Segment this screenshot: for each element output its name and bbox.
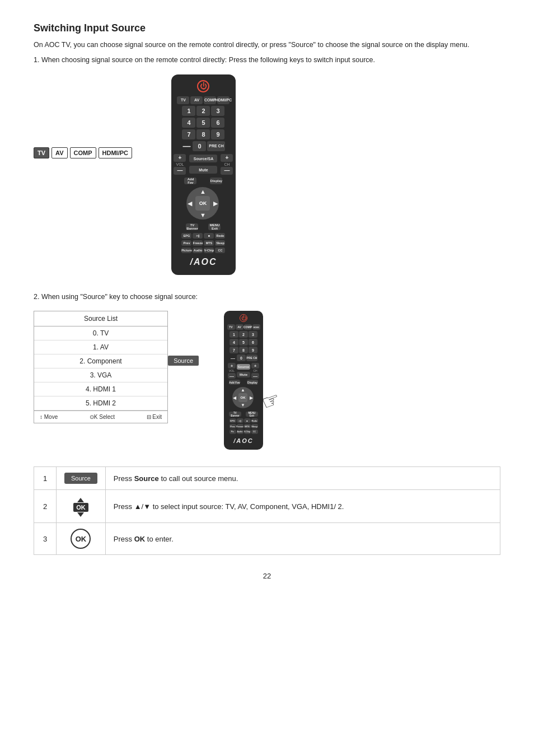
small-btn-1: 1 bbox=[229, 331, 238, 338]
table-row-3: 3 OK Press OK to enter. bbox=[34, 523, 500, 555]
btn-display: Display bbox=[210, 178, 222, 184]
small-btn-tv: TV bbox=[227, 324, 235, 330]
aoc-logo: /AOC bbox=[190, 257, 217, 267]
ok-button-small: OK bbox=[73, 503, 88, 512]
btn-hdmipc: HDMI/PC bbox=[217, 96, 229, 104]
label-tv: TV bbox=[34, 147, 49, 158]
btn-9: 9 bbox=[211, 129, 224, 139]
section1: TV AV COMP HDMI/PC ⏻ TV AV COMP HDMI/PC … bbox=[34, 74, 500, 275]
row3-desc: Press OK to enter. bbox=[105, 523, 500, 555]
label-comp: COMP bbox=[70, 147, 96, 158]
small-btn-dash: — bbox=[229, 354, 236, 361]
row1-desc: Press Source to call out source menu. bbox=[105, 467, 500, 490]
small-display: Display bbox=[247, 380, 258, 385]
small-btn-8: 8 bbox=[239, 347, 248, 353]
section2: Source List 0. TV 1. AV 2. Component 3. … bbox=[34, 311, 500, 450]
small-tvbanner: TV Banner bbox=[229, 412, 241, 417]
small-btn-9: 9 bbox=[249, 347, 257, 353]
step1-text: 1. When choosing signal source on the re… bbox=[34, 55, 500, 66]
footer-exit: ⊟ Exit bbox=[147, 414, 162, 420]
btn-8: 8 bbox=[196, 129, 210, 139]
small-redo: Redo bbox=[251, 418, 258, 423]
btn-stop: ■ bbox=[204, 233, 214, 239]
small-power-icon: ⏻ bbox=[240, 314, 247, 322]
source-item-vga: 3. VGA bbox=[34, 368, 167, 382]
small-epg: EPG bbox=[229, 418, 236, 423]
row3-num: 3 bbox=[34, 523, 57, 555]
source-list-box: Source List 0. TV 1. AV 2. Component 3. … bbox=[34, 311, 168, 423]
btn-ok: OK bbox=[195, 196, 210, 211]
small-btn-source: Source bbox=[237, 364, 250, 370]
btn-prech: PRE CH bbox=[207, 141, 225, 151]
small-btn-prech: PRE CH bbox=[246, 354, 257, 361]
small-btn-hdmi: HDMI bbox=[252, 324, 260, 330]
small-cc: CC bbox=[251, 430, 258, 434]
page-title: Switching Input Source bbox=[34, 22, 500, 34]
btn-tv: TV bbox=[177, 96, 189, 104]
nav-area: ▲ ▼ ◀ ▶ OK bbox=[186, 187, 220, 221]
remote-image: ⏻ TV AV COMP HDMI/PC 1 2 3 4 5 6 bbox=[171, 74, 238, 275]
row2-btn: OK bbox=[57, 490, 106, 523]
source-item-av: 1. AV bbox=[34, 340, 167, 354]
btn-tvbanner: TV Banner bbox=[186, 223, 198, 230]
small-btn-mute: Mute bbox=[237, 372, 250, 377]
btn-0: 0 bbox=[193, 141, 206, 151]
btn-vchip: V-Chip bbox=[204, 248, 214, 253]
small-btn-7: 7 bbox=[229, 347, 238, 353]
btn-5: 5 bbox=[196, 118, 210, 128]
source-button-image: Source bbox=[64, 473, 97, 484]
source-item-tv: 0. TV bbox=[34, 326, 167, 340]
small-btn-6: 6 bbox=[249, 339, 257, 346]
btn-redo: Redo bbox=[215, 233, 225, 239]
btn-picture: Picture bbox=[181, 248, 191, 253]
small-ch-plus: + bbox=[251, 363, 259, 368]
table-row-1: 1 Source Press Source to call out source… bbox=[34, 467, 500, 490]
table-row-2: 2 OK Press ▲/▼ to select input source: T… bbox=[34, 490, 500, 523]
label-av: AV bbox=[51, 147, 67, 158]
btn-comp: COMP bbox=[204, 96, 216, 104]
small-stop: ■ bbox=[244, 418, 251, 423]
arrow-up-icon bbox=[77, 498, 84, 502]
btn-freeze: Freeze bbox=[193, 240, 203, 246]
btn-dash: — bbox=[181, 141, 191, 151]
btn-mts: MTS bbox=[204, 240, 214, 246]
btn-cc: CC bbox=[215, 248, 225, 253]
small-btn-2: 2 bbox=[239, 331, 248, 338]
btn-2: 2 bbox=[196, 106, 210, 116]
small-btn-comp: COMP bbox=[244, 324, 252, 330]
row2-desc: Press ▲/▼ to select input source: TV, AV… bbox=[105, 490, 500, 523]
row1-btn: Source bbox=[57, 467, 106, 490]
btn-sleep: Sleep bbox=[215, 240, 225, 246]
btn-4: 4 bbox=[182, 118, 195, 128]
btn-7: 7 bbox=[182, 129, 195, 139]
arrow-down-icon bbox=[77, 512, 84, 517]
power-icon: ⏻ bbox=[197, 80, 209, 92]
btn-prev: Prev bbox=[181, 240, 191, 246]
btn-1: 1 bbox=[182, 106, 195, 116]
small-btn-3: 3 bbox=[249, 331, 257, 338]
small-btn-0: 0 bbox=[237, 354, 246, 361]
small-freeze: Freeze bbox=[237, 424, 243, 428]
small-pause: >|| bbox=[237, 418, 243, 423]
page-number: 22 bbox=[34, 572, 500, 580]
steps-table: 1 Source Press Source to call out source… bbox=[34, 466, 500, 555]
small-menuexit: MENU Exit bbox=[246, 412, 258, 417]
btn-ch-plus: + bbox=[221, 154, 233, 162]
row1-num: 1 bbox=[34, 467, 57, 490]
small-addfav: Add Fav bbox=[229, 380, 240, 385]
btn-addfav: Add Fav bbox=[184, 178, 196, 184]
source-item-component: 2. Component bbox=[34, 354, 167, 368]
btn-epg: EPG bbox=[181, 233, 191, 239]
nav-button-image: OK bbox=[73, 498, 88, 517]
btn-vol-minus: — bbox=[174, 167, 186, 175]
small-mts: MTS bbox=[244, 424, 251, 428]
source-button-label: Source bbox=[168, 356, 199, 366]
footer-move: ↕ Move bbox=[40, 414, 58, 420]
source-item-hdmi1: 4. HDMI 1 bbox=[34, 382, 167, 396]
btn-3: 3 bbox=[211, 106, 224, 116]
btn-mute: Mute bbox=[189, 166, 217, 174]
btn-av: AV bbox=[190, 96, 203, 104]
step2-text: 2. When using "Source" key to choose sig… bbox=[34, 292, 500, 302]
small-remote: ⏻ TV AV COMP HDMI 1 2 3 4 5 6 7 8 bbox=[224, 311, 263, 450]
small-vchip: V-Chip bbox=[244, 430, 251, 434]
